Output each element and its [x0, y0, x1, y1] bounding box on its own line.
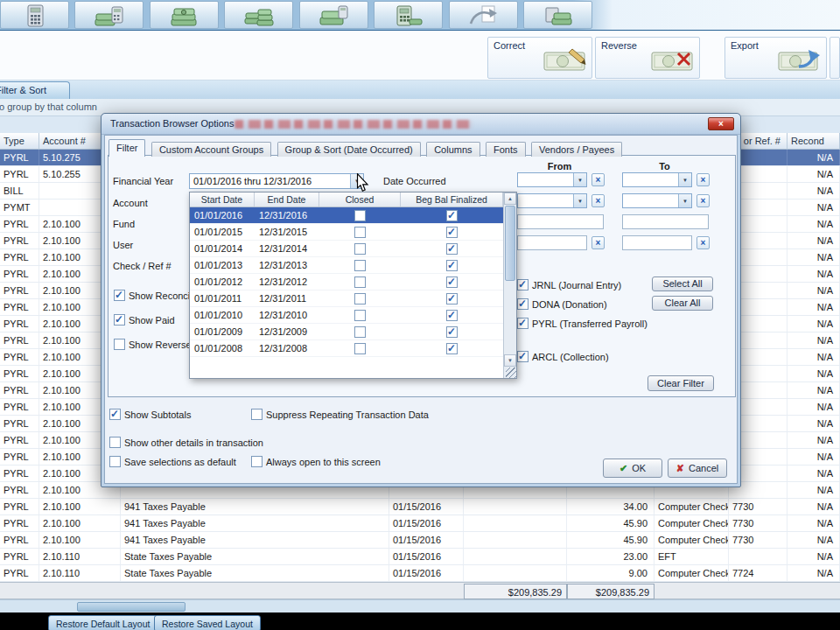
- account-to-combobox[interactable]: ▼: [622, 193, 692, 208]
- dialog-tab[interactable]: Vendors / Payees: [531, 142, 622, 157]
- year-grid-header-end[interactable]: End Date: [255, 192, 319, 206]
- year-grid-scrollbar[interactable]: ▲ ▼: [503, 192, 516, 378]
- chevron-down-icon[interactable]: ▼: [678, 194, 691, 207]
- partial-toolbar-button[interactable]: [830, 37, 840, 79]
- ok-button[interactable]: ✔OK: [603, 458, 662, 478]
- chevron-down-icon[interactable]: ▼: [573, 194, 586, 207]
- show-reverse-checkbox[interactable]: [114, 339, 125, 350]
- dialog-titlebar[interactable]: Transaction Browser Options ×: [102, 114, 740, 135]
- deposit-calculator-icon[interactable]: [74, 1, 144, 29]
- jrnl-checkbox[interactable]: [517, 279, 528, 290]
- beg-bal-finalized-checkbox[interactable]: [446, 210, 458, 221]
- bills-calculator-icon[interactable]: [299, 1, 368, 29]
- dialog-tab[interactable]: Columns: [426, 142, 480, 157]
- clear-account-to-button[interactable]: ×: [696, 194, 710, 207]
- chevron-down-icon[interactable]: ▼: [678, 173, 691, 186]
- filter-sort-tab[interactable]: Filter & Sort: [0, 81, 70, 99]
- clear-filter-button[interactable]: Clear Filter: [648, 375, 714, 391]
- table-row[interactable]: PYRL 2.10.100 941 Taxes Payable 01/15/20…: [0, 532, 840, 549]
- table-row[interactable]: PYRL 2.10.110 State Taxes Payable 01/15/…: [0, 549, 840, 565]
- to-text-field-2[interactable]: [622, 235, 692, 250]
- reverse-button[interactable]: Reverse: [595, 37, 700, 79]
- suppress-repeating-checkbox[interactable]: [251, 409, 262, 420]
- always-open-checkbox[interactable]: [251, 456, 262, 467]
- closed-checkbox[interactable]: [354, 276, 366, 288]
- year-grid-row[interactable]: 01/01/2014 12/31/2014: [190, 241, 516, 257]
- select-all-button[interactable]: Select All: [652, 276, 713, 291]
- scroll-down-arrow-icon[interactable]: ▼: [504, 354, 516, 367]
- transfer-arrow-icon[interactable]: [449, 1, 518, 29]
- dialog-tab[interactable]: Fonts: [486, 142, 526, 157]
- chevron-down-icon[interactable]: ▼: [573, 173, 586, 186]
- to-text-field[interactable]: [622, 214, 709, 229]
- year-grid-row[interactable]: 01/01/2009 12/31/2009: [190, 324, 516, 340]
- dona-checkbox[interactable]: [517, 298, 528, 310]
- horizontal-scrollbar[interactable]: [0, 599, 840, 612]
- beg-bal-finalized-checkbox[interactable]: [446, 243, 458, 255]
- beg-bal-finalized-checkbox[interactable]: [446, 343, 458, 354]
- dialog-close-button[interactable]: ×: [708, 117, 734, 130]
- beg-bal-finalized-checkbox[interactable]: [446, 310, 458, 321]
- dialog-tab[interactable]: Group & Sort (Date Occurred): [277, 142, 421, 157]
- clear-to-button[interactable]: ×: [696, 236, 710, 249]
- dialog-tab[interactable]: Custom Account Groups: [151, 142, 271, 157]
- arcl-checkbox[interactable]: [517, 351, 528, 362]
- year-grid-row[interactable]: 01/01/2008 12/31/2008: [190, 340, 516, 357]
- year-grid-row[interactable]: 01/01/2012 12/31/2012: [190, 274, 516, 290]
- show-paid-checkbox[interactable]: [114, 314, 125, 326]
- year-grid-row[interactable]: 01/01/2013 12/31/2013: [190, 257, 516, 274]
- scroll-up-arrow-icon[interactable]: ▲: [504, 192, 516, 205]
- correct-button[interactable]: Correct: [487, 37, 592, 79]
- cash-stack-icon[interactable]: [150, 1, 219, 29]
- save-selections-checkbox[interactable]: [109, 456, 121, 467]
- closed-checkbox[interactable]: [354, 343, 366, 354]
- table-row[interactable]: PYRL 2.10.110 State Taxes Payable 01/15/…: [0, 565, 840, 582]
- clear-all-button[interactable]: Clear All: [652, 296, 713, 311]
- dialog-tab[interactable]: Filter: [108, 139, 145, 157]
- beg-bal-finalized-checkbox[interactable]: [446, 326, 458, 338]
- year-grid-scrollbar-thumb[interactable]: [505, 206, 515, 281]
- closed-checkbox[interactable]: [354, 260, 366, 271]
- closed-checkbox[interactable]: [354, 310, 366, 321]
- clear-date-to-button[interactable]: ×: [696, 173, 710, 186]
- show-other-details-checkbox[interactable]: [109, 437, 121, 448]
- beg-bal-finalized-checkbox[interactable]: [446, 276, 458, 288]
- from-text-field[interactable]: [517, 214, 604, 229]
- year-grid-header-closed[interactable]: Closed: [319, 192, 401, 206]
- year-grid-row[interactable]: 01/01/2016 12/31/2016: [190, 207, 516, 224]
- show-subtotals-checkbox[interactable]: [109, 409, 121, 420]
- cancel-button[interactable]: ✘Cancel: [668, 458, 727, 478]
- scrollbar-thumb[interactable]: [77, 602, 186, 612]
- clear-from-button[interactable]: ×: [592, 236, 605, 249]
- beg-bal-finalized-checkbox[interactable]: [446, 260, 458, 271]
- clear-date-from-button[interactable]: ×: [592, 173, 605, 186]
- financial-year-combobox[interactable]: 01/01/2016 thru 12/31/2016 ▼: [189, 173, 364, 189]
- table-row[interactable]: PYRL 2.10.100 941 Taxes Payable 01/15/20…: [0, 499, 840, 515]
- pyrl-checkbox[interactable]: [517, 318, 528, 329]
- closed-checkbox[interactable]: [354, 293, 366, 304]
- beg-bal-finalized-checkbox[interactable]: [446, 227, 458, 238]
- table-row[interactable]: PYRL 2.10.100 941 Taxes Payable 01/15/20…: [0, 515, 840, 532]
- column-header-type[interactable]: Type: [0, 133, 39, 150]
- from-text-field-2[interactable]: [517, 235, 587, 250]
- account-from-combobox[interactable]: ▼: [517, 193, 587, 208]
- funds-icon[interactable]: [523, 1, 592, 29]
- year-grid-header-start[interactable]: Start Date: [190, 192, 255, 206]
- date-occurred-from-combobox[interactable]: ▼: [517, 172, 587, 187]
- year-grid-header-begbal[interactable]: Beg Bal Finalized: [401, 192, 503, 206]
- year-grid-row[interactable]: 01/01/2015 12/31/2015: [190, 224, 516, 241]
- export-button[interactable]: Export: [724, 37, 827, 79]
- date-occurred-to-combobox[interactable]: ▼: [622, 172, 692, 187]
- restore-default-layout-button[interactable]: Restore Default Layout: [48, 615, 158, 630]
- cash-bundles-icon[interactable]: [224, 1, 293, 29]
- closed-checkbox[interactable]: [354, 227, 366, 238]
- adding-machine-icon[interactable]: [374, 1, 443, 29]
- clear-account-from-button[interactable]: ×: [592, 194, 605, 207]
- year-grid-row[interactable]: 01/01/2011 12/31/2011: [190, 290, 516, 307]
- column-header-reconciled[interactable]: Recond: [788, 133, 840, 150]
- year-grid-row[interactable]: 01/01/2010 12/31/2010: [190, 307, 516, 324]
- resize-grip[interactable]: [506, 368, 516, 378]
- show-reconcile-checkbox[interactable]: [114, 290, 125, 301]
- closed-checkbox[interactable]: [354, 210, 366, 221]
- beg-bal-finalized-checkbox[interactable]: [446, 293, 458, 304]
